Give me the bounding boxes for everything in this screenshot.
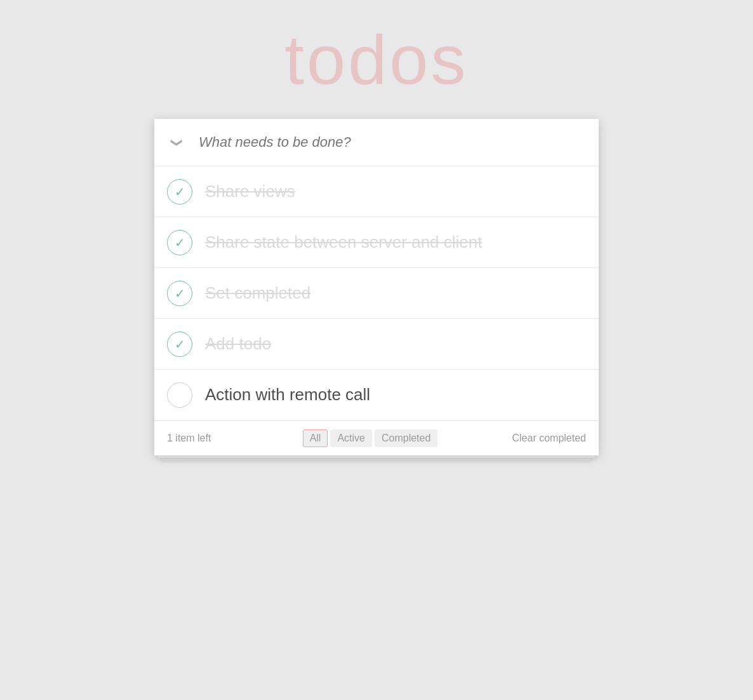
- clear-completed-button[interactable]: Clear completed: [510, 433, 586, 444]
- app-title: todos: [284, 19, 468, 100]
- todo-list: ✓ Share views ✓ Share state between serv…: [154, 166, 599, 421]
- todo-label-1: Share views: [205, 182, 295, 201]
- input-row: ❯: [154, 119, 599, 166]
- todo-item-3: ✓ Set completed: [154, 268, 599, 319]
- toggle-all-button[interactable]: ❯: [167, 133, 186, 152]
- checkmark-icon-2: ✓: [175, 236, 185, 249]
- todo-checkbox-3[interactable]: ✓: [167, 281, 192, 306]
- todo-checkbox-5[interactable]: [167, 382, 192, 408]
- todo-item-4: ✓ Add todo: [154, 319, 599, 370]
- todo-label-4: Add todo: [205, 334, 271, 354]
- filter-completed[interactable]: Completed: [375, 429, 437, 447]
- todo-checkbox-4[interactable]: ✓: [167, 332, 192, 357]
- checkmark-icon-3: ✓: [175, 287, 185, 300]
- todo-item-5: Action with remote call: [154, 370, 599, 421]
- footer: 1 item left All Active Completed Clear c…: [154, 421, 599, 455]
- items-left-count: 1 item left: [167, 433, 230, 444]
- new-todo-input[interactable]: [192, 134, 586, 151]
- todo-label-3: Set completed: [205, 283, 310, 303]
- todo-label-5: Action with remote call: [205, 385, 370, 405]
- todo-item-1: ✓ Share views: [154, 166, 599, 217]
- todo-app: ❯ ✓ Share views ✓ Share state between se…: [154, 119, 599, 455]
- chevron-down-icon: ❯: [170, 138, 183, 147]
- todo-checkbox-1[interactable]: ✓: [167, 179, 192, 205]
- todo-checkbox-2[interactable]: ✓: [167, 230, 192, 255]
- todo-item-2: ✓ Share state between server and client: [154, 217, 599, 268]
- checkmark-icon-1: ✓: [175, 185, 185, 198]
- filter-active[interactable]: Active: [330, 429, 372, 447]
- filter-all[interactable]: All: [303, 429, 328, 447]
- filter-tabs: All Active Completed: [303, 429, 438, 447]
- todo-label-2: Share state between server and client: [205, 232, 482, 252]
- checkmark-icon-4: ✓: [175, 338, 185, 351]
